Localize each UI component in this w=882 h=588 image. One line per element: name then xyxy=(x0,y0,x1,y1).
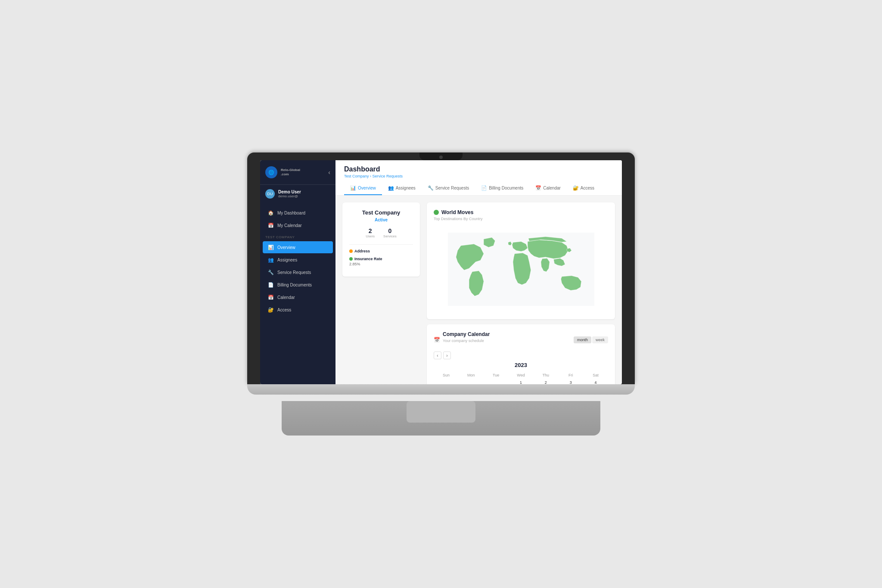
sidebar-item-billing-documents[interactable]: 📄 Billing Documents xyxy=(263,279,333,291)
users-count: 2 xyxy=(366,227,375,234)
laptop-trackpad-area xyxy=(282,401,600,436)
tab-label: Calendar xyxy=(543,186,561,190)
world-map-svg xyxy=(448,230,594,308)
sidebar-item-label: Calendar xyxy=(277,295,295,300)
sidebar-item-calendar[interactable]: 📅 Calendar xyxy=(263,291,333,303)
week-view-btn[interactable]: week xyxy=(592,336,608,343)
day-wed: Wed xyxy=(509,372,534,379)
stat-users: 2 Users xyxy=(366,227,375,238)
tab-label: Access xyxy=(581,186,594,190)
address-item: Address xyxy=(349,249,413,253)
calendar-year: 2023 xyxy=(434,362,608,368)
cal-date-4[interactable]: 4 xyxy=(583,379,608,384)
access-icon: 🔐 xyxy=(268,307,274,313)
sidebar-item-label: Overview xyxy=(277,245,295,250)
calendar-card-title: Company Calendar xyxy=(443,331,490,337)
calendar-prev-btn[interactable]: ‹ xyxy=(434,352,441,359)
tab-label: Assignees xyxy=(396,186,416,190)
laptop-notch xyxy=(419,152,463,160)
breadcrumb-company: Test Company xyxy=(344,174,369,178)
sidebar-item-label: Service Requests xyxy=(277,270,311,275)
day-fri: Fri xyxy=(558,372,583,379)
logo-name: Relo-Global xyxy=(281,168,300,172)
cal-date[interactable] xyxy=(434,379,459,384)
user-info: Demo User demo.user@ xyxy=(278,190,301,198)
sidebar-item-service-requests[interactable]: 🔧 Service Requests xyxy=(263,266,333,278)
day-thu: Thu xyxy=(533,372,558,379)
calendar-title-text-wrap: Company Calendar Your company schedule xyxy=(443,331,490,348)
day-sat: Sat xyxy=(583,372,608,379)
tab-label: Overview xyxy=(358,186,376,190)
overview-icon: 📊 xyxy=(268,244,274,250)
logo-sub: .com xyxy=(281,172,300,177)
insurance-value: 2.85% xyxy=(349,262,413,266)
calendar-days-header: Sun Mon Tue Wed Thu Fri Sat xyxy=(434,372,608,379)
world-map-container xyxy=(434,226,608,312)
left-panel: Test Company Active 2 Users 0 Services xyxy=(342,202,420,377)
sidebar-item-overview[interactable]: 📊 Overview xyxy=(263,241,333,253)
tab-service-icon: 🔧 xyxy=(428,185,434,191)
address-label-text: Address xyxy=(354,249,370,253)
assignees-icon: 👥 xyxy=(268,257,274,263)
sidebar-item-my-dashboard[interactable]: 🏠 My Dashboard xyxy=(263,207,333,219)
section-label: TEST COMPANY xyxy=(260,232,335,241)
sidebar-item-label: Access xyxy=(277,308,291,312)
sidebar-item-access[interactable]: 🔐 Access xyxy=(263,304,333,316)
page-title: Dashboard xyxy=(344,165,613,173)
laptop-keyboard-base xyxy=(247,384,635,395)
day-sun: Sun xyxy=(434,372,459,379)
insurance-label-text: Insurance Rate xyxy=(354,257,382,261)
right-panel: World Moves Top Destinations By Country xyxy=(427,202,615,377)
address-label: Address xyxy=(349,249,413,253)
sidebar-item-my-calendar[interactable]: 📅 My Calendar xyxy=(263,219,333,231)
sidebar-collapse-icon[interactable]: ‹ xyxy=(328,169,330,176)
tab-assignees[interactable]: 👥 Assignees xyxy=(382,182,422,195)
sidebar-item-label: My Dashboard xyxy=(277,211,305,215)
user-name: Demo User xyxy=(278,190,301,194)
calendar-next-btn[interactable]: › xyxy=(443,352,451,359)
globe-icon xyxy=(434,210,439,215)
breadcrumb-page: Service Requests xyxy=(373,174,403,178)
sidebar-nav: 🏠 My Dashboard 📅 My Calendar TEST COMPAN… xyxy=(260,203,335,320)
tab-overview-icon: 📊 xyxy=(350,185,356,191)
logo-icon: 🌐 xyxy=(265,166,277,178)
tab-assignees-icon: 👥 xyxy=(388,185,394,191)
day-mon: Mon xyxy=(459,372,484,379)
calendar-nav-icon: 📅 xyxy=(268,294,274,300)
cal-date[interactable] xyxy=(484,379,509,384)
cal-date-1[interactable]: 1 xyxy=(509,379,534,384)
breadcrumb-arrow: › xyxy=(370,174,371,178)
company-name: Test Company xyxy=(349,209,413,216)
dashboard-icon: 🏠 xyxy=(268,210,274,216)
calendar-card-subtitle: Your company schedule xyxy=(443,339,490,343)
laptop-bezel: 🌐 Relo-Global .com ‹ DU Demo User demo.u… xyxy=(247,152,635,384)
tab-service-requests[interactable]: 🔧 Service Requests xyxy=(422,182,475,195)
laptop-camera xyxy=(439,156,443,159)
month-view-btn[interactable]: month xyxy=(574,336,591,343)
sidebar-item-label: Assignees xyxy=(277,258,297,262)
tab-access[interactable]: 🔐 Access xyxy=(567,182,600,195)
calendar-icon: 📅 xyxy=(268,222,274,228)
tab-calendar[interactable]: 📅 Calendar xyxy=(529,182,567,195)
logo-text: Relo-Global .com xyxy=(281,168,300,176)
main-content: Dashboard Test Company › Service Request… xyxy=(335,160,622,384)
sidebar-item-label: My Calendar xyxy=(277,223,302,228)
calendar-card: 📅 Company Calendar Your company schedule… xyxy=(427,324,615,384)
calendar-header: 📅 Company Calendar Your company schedule… xyxy=(434,331,608,348)
tab-billing-documents[interactable]: 📄 Billing Documents xyxy=(475,182,529,195)
services-count: 0 xyxy=(383,227,397,234)
cal-date[interactable] xyxy=(459,379,484,384)
laptop-trackpad[interactable] xyxy=(407,401,475,423)
insurance-item: Insurance Rate 2.85% xyxy=(349,257,413,266)
tabs: 📊 Overview 👥 Assignees 🔧 Service Request… xyxy=(344,182,613,195)
calendar-nav: ‹ › xyxy=(434,352,608,359)
cal-date-2[interactable]: 2 xyxy=(533,379,558,384)
world-moves-title: World Moves xyxy=(434,209,608,215)
sidebar-item-assignees[interactable]: 👥 Assignees xyxy=(263,254,333,266)
laptop-wrapper: 🌐 Relo-Global .com ‹ DU Demo User demo.u… xyxy=(247,152,635,436)
tab-cal-icon: 📅 xyxy=(535,185,541,191)
tab-overview[interactable]: 📊 Overview xyxy=(344,182,382,195)
company-status: Active xyxy=(349,218,413,222)
day-tue: Tue xyxy=(484,372,509,379)
cal-date-3[interactable]: 3 xyxy=(558,379,583,384)
